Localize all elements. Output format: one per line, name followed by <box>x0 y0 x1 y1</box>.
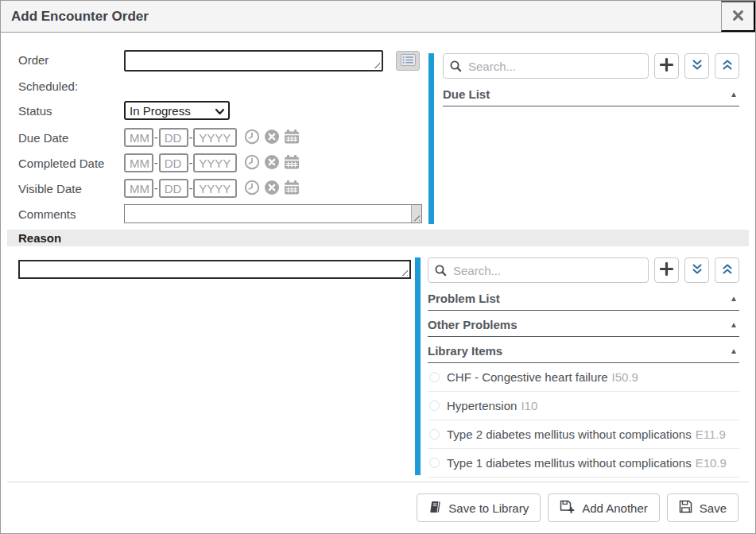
reason-add-button[interactable] <box>654 257 679 283</box>
section-other-problems-label: Other Problems <box>428 318 518 331</box>
section-problem-list[interactable]: Problem List ▲ <box>428 284 739 311</box>
reason-field <box>18 260 411 279</box>
visible-date-row: Visible Date - - <box>18 179 425 199</box>
chevron-double-down-icon <box>691 59 704 74</box>
date-separator: - <box>189 128 193 148</box>
reason-collapse-all-button[interactable] <box>715 257 739 283</box>
chevron-double-up-icon <box>721 263 734 278</box>
due-search-input[interactable] <box>443 53 649 79</box>
save-to-library-button[interactable]: Save to Library <box>417 493 541 522</box>
radio-icon[interactable] <box>429 400 440 411</box>
due-expand-all-button[interactable] <box>684 53 709 79</box>
due-collapse-all-button[interactable] <box>715 53 739 79</box>
order-input[interactable] <box>126 52 382 70</box>
book-icon <box>428 501 441 516</box>
save-icon <box>679 500 692 516</box>
calendar-icon <box>284 129 300 147</box>
search-icon <box>435 265 447 280</box>
due-date-calendar-button[interactable] <box>283 130 300 146</box>
reason-input[interactable] <box>20 261 409 277</box>
section-library-items-label: Library Items <box>428 344 502 358</box>
radio-icon[interactable] <box>429 429 440 439</box>
calendar-icon <box>284 180 300 198</box>
section-library-items[interactable]: Library Items ▲ <box>428 337 739 363</box>
close-button[interactable] <box>721 1 755 32</box>
visible-date-clear-button[interactable] <box>263 180 280 197</box>
due-date-now-button[interactable] <box>243 130 260 146</box>
library-item[interactable]: Type 2 diabetes mellitus without complic… <box>428 420 739 449</box>
search-icon <box>450 60 462 75</box>
status-label: Status <box>18 101 124 121</box>
visible-date-calendar-button[interactable] <box>283 180 300 197</box>
visible-date-label: Visible Date <box>18 179 124 199</box>
due-list-panel: Due List ▲ <box>443 53 739 106</box>
footer-actions: Save to Library Add Another Save <box>417 493 739 522</box>
section-other-problems[interactable]: Other Problems ▲ <box>428 311 739 337</box>
reason-search-input[interactable] <box>428 257 649 283</box>
order-form: Order Scheduled: Status In Progress <box>18 50 425 229</box>
due-date-day-input[interactable] <box>159 128 188 147</box>
visible-date-year-input[interactable] <box>193 179 237 198</box>
order-lookup-button[interactable] <box>396 51 420 71</box>
date-separator: - <box>154 128 158 148</box>
plus-icon <box>660 58 673 74</box>
chevron-double-up-icon <box>721 59 734 74</box>
collapse-icon: ▲ <box>730 90 738 99</box>
collapse-icon: ▲ <box>730 320 738 329</box>
date-separator: - <box>189 153 193 173</box>
order-row: Order <box>18 50 425 72</box>
dialog-header: Add Encounter Order <box>1 1 755 33</box>
section-due-list[interactable]: Due List ▲ <box>443 80 739 106</box>
status-select[interactable]: In Progress <box>124 101 230 120</box>
save-plus-icon <box>560 500 575 516</box>
completed-date-calendar-button[interactable] <box>283 155 300 172</box>
library-item-code: E10.9 <box>696 456 727 470</box>
completed-date-day-input[interactable] <box>159 153 188 172</box>
resize-grip-icon <box>413 214 420 221</box>
reason-problems-panel: Problem List ▲ Other Problems ▲ Library … <box>428 257 739 478</box>
accent-bar <box>415 257 421 475</box>
date-separator: - <box>189 179 193 199</box>
due-date-year-input[interactable] <box>193 128 237 147</box>
visible-date-icons <box>243 179 300 199</box>
scheduled-label: Scheduled: <box>18 76 124 96</box>
library-item-code: E11.9 <box>696 428 726 441</box>
library-item-name: Type 2 diabetes mellitus without complic… <box>447 428 692 441</box>
completed-date-year-input[interactable] <box>193 153 237 172</box>
due-date-clear-button[interactable] <box>263 130 280 146</box>
library-item-name: Type 1 diabetes mellitus without complic… <box>447 456 692 470</box>
radio-icon[interactable] <box>429 458 440 468</box>
collapse-icon: ▲ <box>730 294 738 303</box>
add-another-label: Add Another <box>582 501 648 515</box>
due-date-row: Due Date - - <box>18 128 425 148</box>
due-add-button[interactable] <box>654 53 679 79</box>
comments-resize-area[interactable] <box>411 205 421 222</box>
reason-expand-all-button[interactable] <box>684 257 709 283</box>
completed-date-month-input[interactable] <box>124 153 153 172</box>
comments-input[interactable] <box>125 205 410 222</box>
visible-date-month-input[interactable] <box>124 179 153 198</box>
due-date-month-input[interactable] <box>124 128 153 147</box>
visible-date-now-button[interactable] <box>243 180 260 197</box>
x-circle-icon <box>264 129 280 147</box>
completed-date-icons <box>243 153 300 173</box>
radio-icon[interactable] <box>429 372 440 382</box>
add-another-button[interactable]: Add Another <box>548 493 660 522</box>
library-item[interactable]: Hypertension I10 <box>428 392 739 420</box>
library-item[interactable]: Type 1 diabetes mellitus without complic… <box>428 449 739 478</box>
completed-date-now-button[interactable] <box>243 155 260 172</box>
status-field: In Progress <box>124 101 230 120</box>
visible-date-day-input[interactable] <box>159 179 188 198</box>
scheduled-row: Scheduled: <box>18 76 425 96</box>
order-label: Order <box>18 50 124 72</box>
save-button[interactable]: Save <box>667 493 739 522</box>
completed-date-row: Completed Date - - <box>18 153 425 173</box>
due-search-field <box>443 53 649 79</box>
library-item[interactable]: CHF - Congestive heart failure I50.9 <box>428 363 739 392</box>
accent-bar <box>428 53 434 224</box>
order-field <box>124 50 383 72</box>
x-circle-icon <box>264 154 280 172</box>
comments-label: Comments <box>18 204 124 224</box>
status-row: Status In Progress <box>18 101 425 121</box>
completed-date-clear-button[interactable] <box>263 155 280 172</box>
